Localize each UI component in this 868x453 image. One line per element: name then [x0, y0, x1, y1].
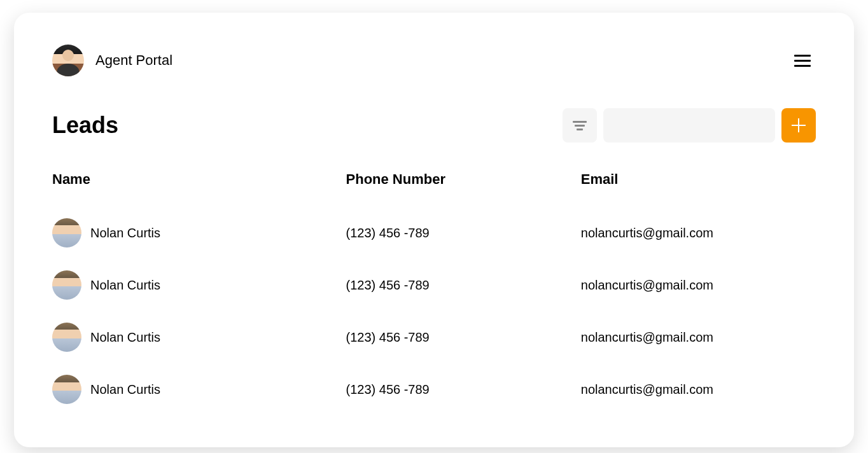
table-row[interactable]: Nolan Curtis (123) 456 -789 nolancurtis@…: [52, 311, 816, 363]
table-row[interactable]: Nolan Curtis (123) 456 -789 nolancurtis@…: [52, 207, 816, 259]
header: Agent Portal: [52, 45, 816, 76]
agent-avatar[interactable]: [52, 45, 84, 76]
toolbar-actions: [563, 108, 816, 143]
lead-name: Nolan Curtis: [90, 278, 160, 293]
column-phone: Phone Number: [346, 171, 581, 188]
filter-icon: [575, 125, 585, 127]
column-email: Email: [581, 171, 816, 188]
lead-email: nolancurtis@gmail.com: [581, 226, 816, 240]
menu-icon: [794, 60, 811, 62]
lead-avatar: [52, 218, 81, 247]
lead-phone: (123) 456 -789: [346, 278, 581, 293]
table-row[interactable]: Nolan Curtis (123) 456 -789 nolancurtis@…: [52, 259, 816, 311]
lead-phone: (123) 456 -789: [346, 226, 581, 240]
menu-icon: [794, 55, 811, 57]
page-title: Leads: [52, 112, 118, 139]
table-header: Name Phone Number Email: [52, 171, 816, 207]
name-cell: Nolan Curtis: [52, 323, 346, 352]
menu-button[interactable]: [789, 50, 816, 72]
filter-icon: [573, 121, 587, 123]
lead-phone: (123) 456 -789: [346, 330, 581, 345]
lead-name: Nolan Curtis: [90, 382, 160, 397]
name-cell: Nolan Curtis: [52, 375, 346, 404]
filter-icon: [577, 129, 583, 130]
lead-email: nolancurtis@gmail.com: [581, 330, 816, 345]
lead-name: Nolan Curtis: [90, 226, 160, 240]
filter-button[interactable]: [563, 108, 597, 143]
table-body: Nolan Curtis (123) 456 -789 nolancurtis@…: [52, 207, 816, 415]
leads-table: Name Phone Number Email Nolan Curtis (12…: [52, 171, 816, 415]
lead-avatar: [52, 323, 81, 352]
lead-phone: (123) 456 -789: [346, 382, 581, 397]
column-name: Name: [52, 171, 346, 188]
app-title: Agent Portal: [95, 52, 172, 69]
name-cell: Nolan Curtis: [52, 218, 346, 247]
name-cell: Nolan Curtis: [52, 270, 346, 300]
search-input[interactable]: [603, 108, 775, 143]
table-row[interactable]: Nolan Curtis (123) 456 -789 nolancurtis@…: [52, 363, 816, 415]
add-button[interactable]: [781, 108, 816, 143]
lead-email: nolancurtis@gmail.com: [581, 278, 816, 293]
main-card: Agent Portal Leads Name Phone Number Ema…: [14, 13, 854, 447]
lead-avatar: [52, 375, 81, 404]
menu-icon: [794, 65, 811, 67]
toolbar: Leads: [52, 108, 816, 143]
header-left: Agent Portal: [52, 45, 172, 76]
lead-name: Nolan Curtis: [90, 330, 160, 345]
lead-avatar: [52, 270, 81, 300]
lead-email: nolancurtis@gmail.com: [581, 382, 816, 397]
